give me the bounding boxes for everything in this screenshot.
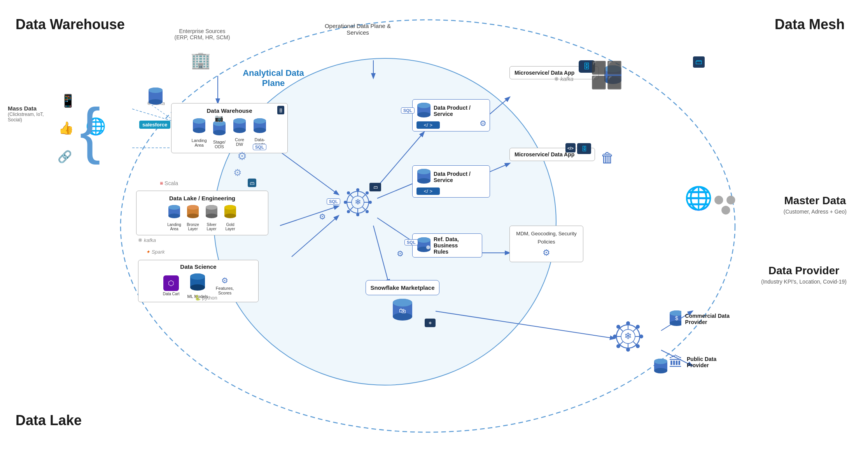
gold-layer-item: GoldLayer: [223, 204, 238, 231]
svg-text:$: $: [675, 315, 678, 321]
commercial-provider-label: Commercial Data Provider: [685, 313, 739, 325]
mass-data-label: Mass Data: [8, 105, 58, 112]
svg-point-128: [654, 359, 667, 364]
dl-box-title: Data Lake / Engineering: [140, 195, 264, 201]
master-data-section: Master Data (Customer, Adress + Geo): [784, 194, 847, 215]
svg-line-13: [436, 311, 614, 338]
svg-point-81: [417, 112, 430, 117]
svg-line-9: [292, 216, 338, 257]
svg-line-109: [633, 328, 636, 331]
public-db-cylinder: [653, 358, 668, 378]
sql-gear-1: ⚙: [237, 150, 247, 163]
hub-db-icon: 🗃: [369, 183, 381, 191]
corner-label-dl: Data Lake: [16, 412, 82, 429]
dp2-title: Data Product /Service: [434, 171, 471, 183]
analytical-plane-label: Analytical Data Plane: [240, 68, 306, 88]
svg-point-77: [347, 210, 350, 213]
svg-line-66: [350, 194, 353, 198]
svg-point-95: [393, 299, 412, 307]
svg-point-59: [190, 273, 205, 280]
data-lake-box: ≡ Scala 🗃 Data Lake / Engineering Landin…: [136, 191, 268, 235]
mdm-box-content: MDM, Geocoding, Security Policies: [514, 230, 579, 246]
svg-point-51: [206, 205, 217, 210]
central-hub: ❄ 🗃: [338, 183, 377, 223]
svg-point-75: [366, 210, 369, 213]
db-cylinder-left: [148, 86, 163, 109]
salesforce-logo: salesforce: [139, 121, 170, 129]
corner-label-dw: Data Warehouse: [16, 16, 125, 33]
svg-line-107: [620, 328, 623, 331]
mobile-icon: 📱: [60, 93, 76, 108]
data-provider-hub: ❄: [607, 315, 649, 359]
cube-icons-1: ⬛⬛⬛⬛: [591, 60, 622, 90]
mass-data-section: Mass Data (Clickstream, IoT, Social): [8, 105, 58, 123]
svg-point-115: [616, 325, 620, 329]
svg-point-27: [193, 118, 205, 124]
dp1-code-tag: </ >: [416, 121, 440, 129]
python-label: 🐍 python: [194, 295, 217, 301]
ref-data-box: Ref. Data,BusinessRules: [412, 233, 482, 258]
data-provider-sub: (Industry KPI's, Location, Covid-19): [761, 279, 847, 285]
data-provider-label: Data Provider: [761, 265, 847, 277]
iot-icon: 🔗: [58, 150, 72, 163]
svg-text:❄: ❄: [355, 198, 361, 206]
data-product-box-2: Data Product /Service </ >: [412, 165, 490, 198]
svg-point-50: [206, 214, 217, 218]
public-provider-section: 🏛 Public Data Provider: [669, 354, 739, 370]
svg-point-91: [426, 245, 430, 249]
ms2-bucket: 🗑: [600, 150, 614, 166]
master-data-label: Master Data: [784, 194, 847, 207]
dp1-gear: ⚙: [480, 119, 486, 128]
bronze-layer-item: BronzeLayer: [186, 204, 200, 231]
svg-point-35: [233, 118, 246, 124]
data-product-box-1: Data Product /Service </ > ⚙ SQL: [412, 99, 490, 131]
mass-data-sub: (Clickstream, IoT, Social): [8, 112, 58, 123]
globe-master-data: 🌐: [684, 185, 712, 211]
svg-point-116: [636, 344, 640, 348]
svg-point-26: [193, 128, 205, 133]
svg-line-108: [633, 342, 636, 345]
svg-point-71: [356, 213, 359, 216]
svg-line-67: [362, 207, 366, 210]
svg-text:🛍: 🛍: [399, 307, 406, 315]
data-warehouse-box: Data Warehouse 🗄 Landing Area 📷: [171, 103, 288, 153]
left-brace: {: [80, 99, 100, 161]
svg-point-42: [168, 214, 180, 218]
dp2-code-tag: </ >: [416, 187, 440, 195]
svg-point-86: [417, 169, 430, 174]
svg-point-85: [417, 178, 430, 184]
svg-line-110: [620, 342, 623, 345]
svg-point-54: [224, 214, 236, 218]
svg-point-34: [233, 128, 246, 133]
mdm-box: MDM, Geocoding, Security Policies ⚙: [509, 226, 583, 262]
svg-point-43: [168, 205, 180, 210]
sql-badge-hub: SQL: [327, 198, 340, 205]
dw-db-icon: 🗄: [277, 106, 284, 114]
ms2-db-icon: 🗄: [577, 143, 591, 154]
master-data-sub: (Customer, Adress + Geo): [784, 208, 847, 215]
svg-point-46: [187, 214, 199, 218]
svg-point-30: [213, 130, 226, 135]
svg-point-111: [626, 321, 630, 325]
snowflake-marketplace-section: Snowflake Marketplace 🛍 ❄: [366, 280, 439, 323]
svg-point-127: [654, 368, 667, 373]
gear-dw-2: ⚙: [233, 167, 242, 178]
silver-layer-item: SilverLayer: [204, 204, 219, 231]
enterprise-building-icon: 🏢: [191, 51, 211, 70]
landing-area-item: Landing Area: [191, 117, 207, 149]
snowflake-marketplace-label: Snowflake Marketplace: [370, 284, 435, 291]
svg-point-117: [636, 325, 640, 329]
snowflake-badge: ❄: [425, 319, 436, 327]
microservice-2-section: Microservice/ Data App 🗄 🗑 </>: [509, 148, 595, 161]
topright-db-box-1: 🗃: [693, 56, 705, 68]
building-icon: 🏛: [669, 354, 683, 370]
core-dw-item: CoreDW: [232, 117, 247, 149]
svg-line-68: [362, 194, 366, 198]
svg-point-112: [626, 348, 630, 352]
svg-point-90: [417, 237, 430, 243]
svg-point-114: [639, 335, 643, 338]
svg-point-39: [254, 118, 266, 124]
svg-point-73: [369, 201, 372, 204]
ms2-badge: </>: [565, 143, 576, 152]
stage-ods-item: 📷 Stage/ODS: [212, 117, 227, 149]
